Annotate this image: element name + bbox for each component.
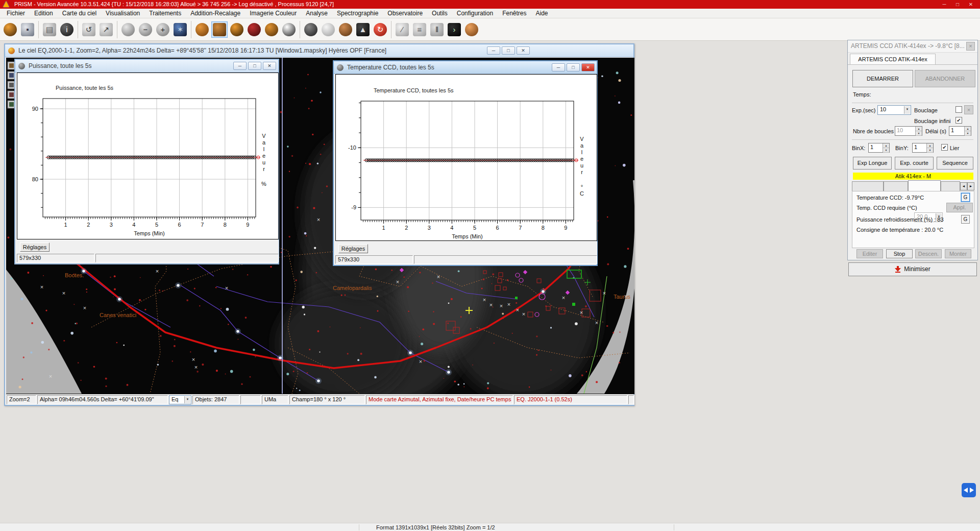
ccd-tabs-scroll-left[interactable]: ◄ [960,182,967,190]
terminal-icon[interactable]: › [446,21,462,38]
ccd-bouclage-clear-button[interactable]: × [964,105,973,114]
ccd-tab-camera[interactable] [884,181,908,191]
sky-close-button[interactable]: ✕ [517,46,530,55]
ccd-minimiser-button[interactable]: Minimiser [848,262,977,276]
planet-tools-icon[interactable] [337,21,354,38]
info-icon[interactable]: i [59,21,75,38]
svg-text:×: × [483,297,486,303]
puissance-close-button[interactable]: ✕ [263,62,276,70]
temperature-reglages-button[interactable]: Réglages [338,244,368,253]
menu-carte-du-ciel[interactable]: Carte du ciel [58,9,101,18]
app-minimize-button[interactable]: ─ [938,1,950,8]
ccd-abort-button[interactable]: ABANDONNER [915,70,975,87]
annotate-pen-icon[interactable]: ∕ [394,21,410,38]
menu-fen-tres[interactable]: Fenêtres [498,9,531,18]
menu-visualisation[interactable]: Visualisation [101,9,144,18]
svg-text:2: 2 [405,225,408,231]
ccd-bouclage-checkbox[interactable] [955,106,962,113]
observer-icon[interactable] [463,21,480,38]
ccd-start-button[interactable]: DEMARRER [852,70,913,87]
puissance-reglages-button[interactable]: Réglages [20,243,50,252]
ccd-separator-2 [852,139,973,140]
image-mountain-icon[interactable]: ▲ [355,21,371,38]
puissance-titlebar[interactable]: Puissance, toute les 5s ─ □ ✕ [15,60,278,73]
menu-imagerie-couleur[interactable]: Imagerie Couleur [245,9,301,18]
sphere-icon[interactable] [120,21,136,38]
temperature-maximize-button[interactable]: □ [567,63,580,71]
svg-text:8: 8 [224,222,227,228]
planet-tools-icon [339,23,352,36]
sky-minimize-button[interactable]: ─ [487,46,500,55]
sky-status-segment-6: Champ=180 ° x 120 ° [289,395,365,404]
menu-configuration[interactable]: Configuration [452,9,498,18]
ccd-puissance-graph-button[interactable]: G [961,215,970,224]
ccd-camera-icon[interactable] [246,21,262,38]
ccd-tab-temp-ccd[interactable] [908,180,941,191]
ccd-stop-button[interactable]: Stop [886,249,913,258]
svg-text:×: × [192,356,195,363]
hand-gear-icon[interactable] [194,21,210,38]
ccd-tab-options[interactable] [941,181,960,191]
ccd-appl-button[interactable]: Appl. [946,203,973,212]
menu-edition[interactable]: Edition [30,9,58,18]
sky-maximize-button[interactable]: □ [502,46,515,55]
open-image-icon[interactable] [2,21,18,38]
menu-observatoire[interactable]: Observatoire [383,9,427,18]
menu-spectrographie[interactable]: Spectrographie [332,9,383,18]
ccd-biny-spinner[interactable]: 1▲▼ [912,143,934,153]
menu-analyse[interactable]: Analyse [301,9,332,18]
ccd-sequence-button[interactable]: Sequence [937,157,973,170]
refresh-red-icon[interactable]: ↻ [372,21,388,38]
telescope-icon[interactable] [303,21,319,38]
ccd-close-button[interactable]: × [966,42,975,51]
puissance-minimize-button[interactable]: ─ [233,62,247,70]
rotate-icon[interactable]: ↺ [81,21,97,38]
sky-coordinate-system-combo[interactable]: Eq▼ [169,395,191,404]
star-globe-icon[interactable] [320,21,336,38]
ccd-device-tab[interactable]: ARTEMIS CCD ATIK-414ex [850,54,936,65]
ccd-monter-button[interactable]: Monter [945,249,971,258]
save-icon[interactable]: ▪ [19,21,36,38]
menu-addition-recalage[interactable]: Addition-Recalage [186,9,245,18]
zoom-out-icon[interactable]: − [137,21,154,38]
temperature-minimize-button[interactable]: ─ [552,63,565,71]
ccd-nbre-spinner[interactable]: 10▲▼ [895,126,922,136]
ccd-window-title[interactable]: ARTEMIS CCD ATIK-414ex -> -9.8°C [8... [848,40,977,53]
temperature-close-button[interactable]: ✕ [581,63,595,71]
terminal-icon: › [448,23,461,36]
flip-icon[interactable]: ↗ [98,21,114,38]
focuser-icon[interactable] [263,21,280,38]
sky-window-title: Le ciel EQ,2000-1-1, Zoom=2, Alpha= 22h2… [18,44,386,57]
ccd-bouclage-infini-checkbox[interactable]: ✔ [955,117,962,124]
menu-aide[interactable]: Aide [531,9,553,18]
image-view-icon[interactable]: ✶ [172,21,188,38]
temperature-titlebar[interactable]: Temperature CCD, toutes les 5s ─ □ ✕ [334,61,597,74]
ccd-exp-longue-button[interactable]: Exp Longue [853,157,892,170]
window-list-icon[interactable]: ≡ [411,21,428,38]
menu-outils[interactable]: Outils [427,9,452,18]
ccd-delai-spinner[interactable]: 1▲▼ [949,126,971,136]
remote-access-icon[interactable] [962,483,976,497]
ccd-binx-spinner[interactable]: 1▲▼ [868,143,890,153]
print-setup-icon[interactable]: ▤ [41,21,58,38]
ccd-descen-button[interactable]: Descen. [915,249,942,258]
sky-window-titlebar[interactable]: Le ciel EQ,2000-1-1, Zoom=2, Alpha= 22h2… [5,44,633,57]
ccd-exp-combo[interactable]: 10▼ [877,105,911,115]
ccd-editer-button[interactable]: Editer [856,249,883,258]
comet-icon[interactable] [281,21,297,38]
ccd-temperature-readout: Temperature CCD: -9.79°C [856,195,924,201]
ccd-temp-graph-button[interactable]: G [961,193,970,202]
app-maximize-button[interactable]: □ [951,1,964,8]
ccd-tab-fenetrage[interactable] [852,181,884,191]
camera-lens-icon[interactable] [229,21,245,38]
app-close-button[interactable]: ✕ [965,1,977,8]
menu-traitements[interactable]: Traitements [144,9,186,18]
ccd-exp-courte-button[interactable]: Exp. courte [895,157,934,170]
histogram-icon[interactable]: ‖ [429,21,445,38]
puissance-maximize-button[interactable]: □ [248,62,261,70]
camera-acquire-icon[interactable] [211,21,228,38]
ccd-lier-checkbox[interactable]: ✔ [941,144,948,151]
menu-fichier[interactable]: Fichier [2,9,30,18]
ccd-tabs-scroll-right[interactable]: ► [967,182,974,190]
zoom-in-icon[interactable]: + [155,21,171,38]
